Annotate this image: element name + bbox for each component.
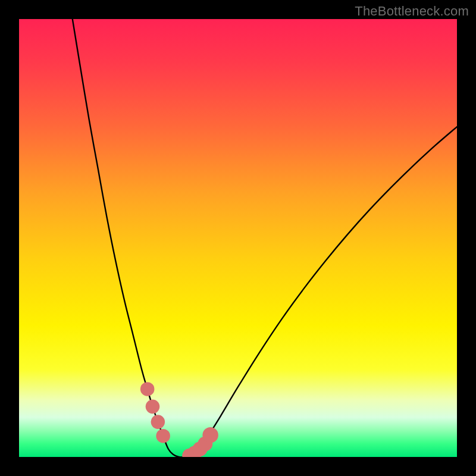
- marker-dot: [202, 427, 218, 443]
- highlight-markers: [140, 382, 218, 457]
- plot-area: [19, 19, 457, 457]
- marker-dot: [140, 382, 155, 396]
- bottleneck-curve: [73, 19, 457, 457]
- outer-frame: TheBottleneck.com: [0, 0, 476, 476]
- curve-layer: [19, 19, 457, 457]
- watermark-text: TheBottleneck.com: [355, 4, 469, 19]
- marker-dot: [151, 415, 165, 429]
- marker-dot: [156, 429, 170, 443]
- marker-dot: [146, 400, 160, 414]
